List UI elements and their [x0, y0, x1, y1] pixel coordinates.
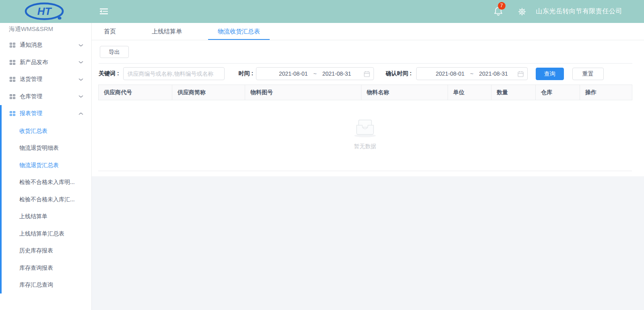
notification-badge: 7: [498, 2, 506, 10]
time-end-value: 2021-08-31: [322, 70, 351, 77]
notifications-button[interactable]: 7: [494, 6, 504, 17]
company-name: 山东光岳转向节有限责任公司: [536, 7, 623, 16]
sidebar-menu: 通知消息 新产品发布 送货管理: [0, 37, 91, 293]
reset-button[interactable]: 重置: [572, 68, 604, 80]
tab-online-settlement[interactable]: 上线结算单: [142, 23, 192, 40]
grid-icon: [10, 77, 15, 82]
col-material-name: 物料名称: [361, 85, 448, 100]
results-table: 供应商代号 供应商简称 物料图号 物料名称 单位 数量 仓库 操作 暂无数据: [98, 85, 632, 171]
sidebar-subitem-online-settlement[interactable]: 上线结算单: [0, 208, 91, 225]
sidebar-subitem-return-detail[interactable]: 物流退货明细表: [0, 139, 91, 157]
main-content: 首页 上线结算单 物流收货汇总表 导出 关键词 : 时间 : 2021-08-0…: [92, 23, 644, 176]
logo-icon: HT: [24, 2, 66, 21]
sidebar-subitem-inventory-query[interactable]: 库存查询报表: [0, 259, 91, 277]
table-body: 暂无数据: [98, 100, 632, 171]
col-supplier-code: 供应商代号: [99, 85, 172, 100]
export-button[interactable]: 导出: [100, 46, 129, 58]
sidebar-item-warehouse[interactable]: 仓库管理: [0, 88, 91, 105]
sidebar-subitem-inventory-summary[interactable]: 库存汇总查询: [0, 276, 91, 293]
confirm-time-label: 确认时间 :: [386, 70, 412, 77]
toolbar-divider: [99, 63, 632, 64]
app-brand: 海通WMS&SRM: [0, 23, 91, 37]
keyword-input[interactable]: [123, 67, 225, 80]
time-range-picker[interactable]: 2021-08-01 ~ 2021-08-31: [256, 67, 374, 80]
chevron-down-icon: [78, 44, 83, 47]
active-menu-indicator: [0, 105, 2, 293]
filter-bar: 关键词 : 时间 : 2021-08-01 ~ 2021-08-31 确认时间 …: [92, 67, 644, 80]
sidebar: 海通WMS&SRM 通知消息 新产品发布: [0, 23, 92, 310]
grid-icon: [10, 60, 15, 65]
confirm-start-value: 2021-08-01: [436, 70, 464, 77]
gear-icon: [518, 8, 526, 16]
empty-box-icon: [352, 117, 378, 138]
col-unit: 单位: [448, 85, 491, 100]
toolbar: 导出: [92, 40, 644, 58]
tab-logistics-receiving-summary[interactable]: 物流收货汇总表: [208, 23, 270, 40]
chevron-down-icon: [78, 78, 83, 81]
grid-icon: [10, 43, 15, 48]
calendar-icon: [518, 71, 524, 77]
sidebar-subitem-unqualified-summary[interactable]: 检验不合格未入库汇...: [0, 191, 91, 208]
calendar-icon: [364, 71, 370, 77]
top-header: HT 7: [0, 0, 644, 23]
company-logo: HT: [24, 2, 66, 22]
sidebar-subitem-unqualified-detail[interactable]: 检验不合格未入库明...: [0, 174, 91, 191]
sidebar-item-notifications[interactable]: 通知消息: [0, 37, 91, 54]
sidebar-subitem-receiving-summary[interactable]: 收货汇总表: [0, 122, 91, 140]
col-material-drawing-no: 物料图号: [245, 85, 361, 100]
col-warehouse: 仓库: [536, 85, 580, 100]
keyword-label: 关键词 :: [99, 70, 119, 77]
tab-bar: 首页 上线结算单 物流收货汇总表: [92, 23, 644, 40]
grid-icon: [10, 111, 15, 116]
grid-icon: [10, 94, 15, 99]
empty-state: 暂无数据: [352, 117, 378, 150]
time-label: 时间 :: [239, 70, 254, 77]
confirm-end-value: 2021-08-31: [479, 70, 508, 77]
col-supplier-name: 供应商简称: [172, 85, 245, 100]
sidebar-item-new-product[interactable]: 新产品发布: [0, 54, 91, 71]
empty-text: 暂无数据: [352, 143, 378, 150]
tab-home[interactable]: 首页: [94, 23, 126, 40]
svg-text:HT: HT: [37, 5, 52, 17]
sidebar-subitem-history-inventory[interactable]: 历史库存报表: [0, 242, 91, 259]
sidebar-subitem-return-summary[interactable]: 物流退货汇总表: [0, 157, 91, 174]
col-actions: 操作: [580, 85, 632, 100]
sidebar-item-delivery[interactable]: 送货管理: [0, 71, 91, 88]
search-button[interactable]: 查询: [536, 68, 564, 80]
chevron-down-icon: [78, 61, 83, 64]
chevron-down-icon: [78, 95, 83, 98]
sidebar-item-reports[interactable]: 报表管理: [0, 105, 91, 122]
table-header-row: 供应商代号 供应商简称 物料图号 物料名称 单位 数量 仓库 操作: [99, 85, 632, 100]
col-quantity: 数量: [491, 85, 536, 100]
sidebar-subitem-online-settlement-summary[interactable]: 上线结算单汇总表: [0, 225, 91, 242]
collapse-sidebar-icon[interactable]: [99, 7, 109, 17]
time-start-value: 2021-08-01: [279, 70, 308, 77]
confirm-time-range-picker[interactable]: 2021-08-01 ~ 2021-08-31: [416, 67, 528, 80]
chevron-up-icon: [78, 112, 83, 115]
settings-button[interactable]: [518, 8, 526, 16]
